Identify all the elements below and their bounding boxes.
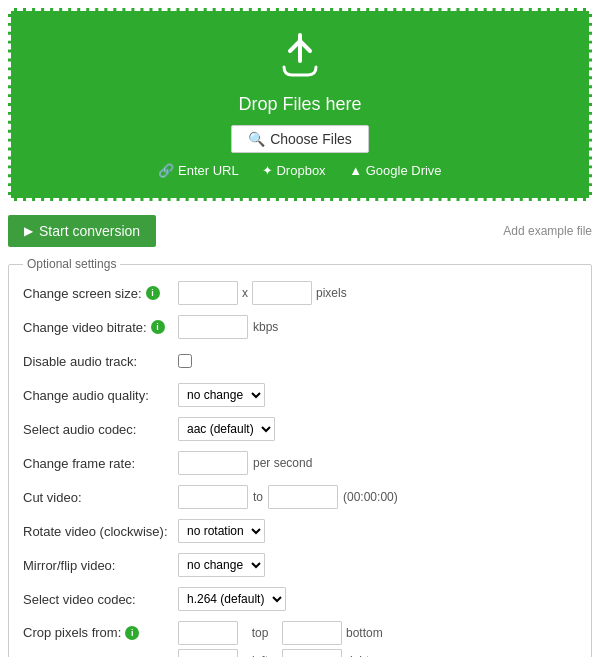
screen-width-input[interactable] bbox=[178, 281, 238, 305]
setting-video-bitrate: Change video bitrate: i kbps bbox=[23, 315, 577, 339]
setting-label-bitrate: Change video bitrate: i bbox=[23, 320, 178, 335]
search-icon: 🔍 bbox=[248, 131, 265, 147]
bitrate-input[interactable] bbox=[178, 315, 248, 339]
audio-quality-select[interactable]: no change very low low medium high very … bbox=[178, 383, 265, 407]
info-icon-crop[interactable]: i bbox=[125, 626, 139, 640]
dropbox-link[interactable]: ✦ Dropbox bbox=[262, 163, 329, 178]
setting-cut-video: Cut video: to (00:00:00) bbox=[23, 485, 577, 509]
info-icon-bitrate[interactable]: i bbox=[151, 320, 165, 334]
frame-rate-input[interactable] bbox=[178, 451, 248, 475]
setting-audio-quality: Change audio quality: no change very low… bbox=[23, 383, 577, 407]
dropbox-icon: ✦ bbox=[262, 163, 273, 178]
start-conversion-button[interactable]: ▶ Start conversion bbox=[8, 215, 156, 247]
cut-end-input[interactable] bbox=[268, 485, 338, 509]
screen-height-input[interactable] bbox=[252, 281, 312, 305]
add-example-link[interactable]: Add example file bbox=[503, 224, 592, 238]
drop-text: Drop Files here bbox=[31, 94, 569, 115]
drop-zone[interactable]: Drop Files here 🔍 Choose Files 🔗 Enter U… bbox=[8, 8, 592, 201]
setting-label-video-codec: Select video codec: bbox=[23, 592, 178, 607]
setting-label-audio-quality: Change audio quality: bbox=[23, 388, 178, 403]
setting-label-crop-pixels: Crop pixels from: i bbox=[23, 621, 178, 640]
play-icon: ▶ bbox=[24, 224, 33, 238]
setting-label-frame-rate: Change frame rate: bbox=[23, 456, 178, 471]
toolbar: ▶ Start conversion Add example file bbox=[0, 209, 600, 253]
setting-video-codec: Select video codec: h.264 (default) h.26… bbox=[23, 587, 577, 611]
cut-start-input[interactable] bbox=[178, 485, 248, 509]
mirror-video-select[interactable]: no change horizontal vertical bbox=[178, 553, 265, 577]
setting-label-audio-codec: Select audio codec: bbox=[23, 422, 178, 437]
disable-audio-checkbox[interactable] bbox=[178, 354, 192, 368]
google-drive-link[interactable]: ▲ Google Drive bbox=[349, 163, 441, 178]
setting-label-mirror-video: Mirror/flip video: bbox=[23, 558, 178, 573]
setting-crop-pixels: Crop pixels from: i top bottom left righ… bbox=[23, 621, 577, 657]
crop-top-right-input[interactable] bbox=[282, 621, 342, 645]
video-codec-select[interactable]: h.264 (default) h.265 vp8 vp9 mpeg4 bbox=[178, 587, 286, 611]
optional-settings: Optional settings Change screen size: i … bbox=[8, 257, 592, 657]
crop-bottom-right-input[interactable] bbox=[282, 649, 342, 657]
setting-label-cut-video: Cut video: bbox=[23, 490, 178, 505]
setting-rotate-video: Rotate video (clockwise): no rotation 90… bbox=[23, 519, 577, 543]
setting-disable-audio: Disable audio track: bbox=[23, 349, 577, 373]
choose-files-button[interactable]: 🔍 Choose Files bbox=[231, 125, 369, 153]
setting-frame-rate: Change frame rate: per second bbox=[23, 451, 577, 475]
rotate-video-select[interactable]: no rotation 90° 180° 270° bbox=[178, 519, 265, 543]
setting-audio-codec: Select audio codec: aac (default) mp3 vo… bbox=[23, 417, 577, 441]
audio-codec-select[interactable]: aac (default) mp3 vorbis flac opus bbox=[178, 417, 275, 441]
link-icon: 🔗 bbox=[158, 163, 174, 178]
setting-label-rotate-video: Rotate video (clockwise): bbox=[23, 524, 178, 539]
setting-screen-size: Change screen size: i x pixels bbox=[23, 281, 577, 305]
upload-icon bbox=[31, 31, 569, 88]
google-drive-icon: ▲ bbox=[349, 163, 362, 178]
drop-links: 🔗 Enter URL ✦ Dropbox ▲ Google Drive bbox=[31, 163, 569, 178]
setting-label-screen-size: Change screen size: i bbox=[23, 286, 178, 301]
setting-label-disable-audio: Disable audio track: bbox=[23, 354, 178, 369]
settings-legend: Optional settings bbox=[23, 257, 120, 271]
info-icon-screen-size[interactable]: i bbox=[146, 286, 160, 300]
crop-top-left-input[interactable] bbox=[178, 621, 238, 645]
setting-mirror-video: Mirror/flip video: no change horizontal … bbox=[23, 553, 577, 577]
enter-url-link[interactable]: 🔗 Enter URL bbox=[158, 163, 241, 178]
crop-bottom-left-input[interactable] bbox=[178, 649, 238, 657]
